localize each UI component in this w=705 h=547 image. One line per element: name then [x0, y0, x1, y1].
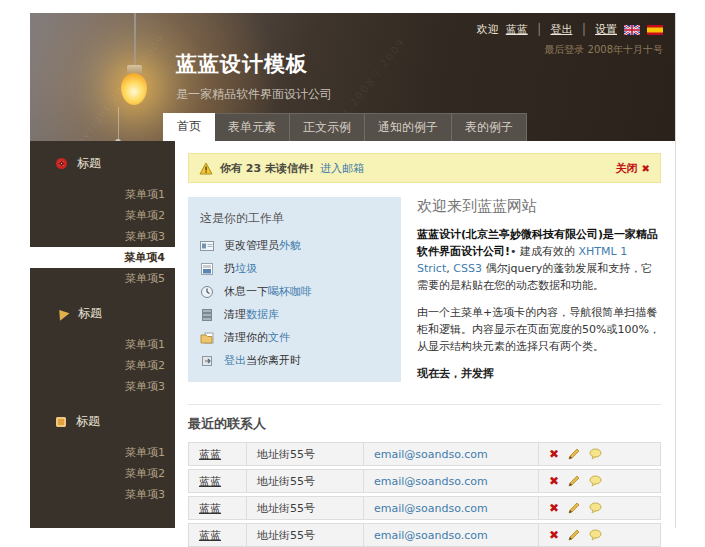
contact-name-link[interactable]: 蓝蓝 [199, 528, 221, 543]
tab-table-examples[interactable]: 表的例子 [452, 113, 527, 141]
css3-link[interactable]: CSS3 [453, 262, 482, 275]
comment-icon[interactable] [589, 502, 602, 514]
tab-form-elements[interactable]: 表单元素 [215, 113, 290, 141]
section-divider [188, 404, 661, 405]
site-title: 蓝蓝设计模板 [176, 51, 332, 77]
sidebar-item-menu3[interactable]: 菜单项3 [30, 376, 175, 397]
worklist-text: 清理你的 [224, 330, 268, 345]
spain-flag-icon[interactable] [647, 25, 663, 35]
header: Copyright 2008 / 2009 Copyright 2008 / 2… [30, 13, 675, 141]
note-icon [200, 262, 214, 276]
database-icon [200, 308, 214, 322]
page-container: Copyright 2008 / 2009 Copyright 2008 / 2… [30, 13, 676, 528]
go-to-mailbox-link[interactable]: 进入邮箱 [320, 161, 364, 176]
contact-name-link[interactable]: 蓝蓝 [199, 474, 221, 489]
delete-icon[interactable]: ✖ [549, 475, 559, 487]
table-row: 蓝蓝 地址街55号 email@soandso.com ✖ [188, 442, 661, 466]
package-icon [56, 417, 66, 427]
worklist-title: 这是你的工作单 [200, 210, 389, 227]
sidebar-item-menu3[interactable]: 菜单项3 [30, 484, 175, 505]
delete-icon[interactable]: ✖ [549, 529, 559, 541]
lifebuoy-icon [56, 158, 67, 169]
sidebar-item-menu5[interactable]: 菜单项5 [30, 268, 175, 289]
admin-looks-link[interactable]: 外貌 [279, 238, 301, 253]
contact-email-link[interactable]: email@soandso.com [374, 529, 488, 542]
close-alert-link[interactable]: 关闭 [616, 161, 638, 176]
table-row: 蓝蓝 地址街55号 email@soandso.com ✖ [188, 469, 661, 493]
worklist-item: 休息一下 喝杯咖啡 [200, 284, 389, 299]
worklist-text: 扔 [224, 261, 235, 276]
uk-flag-icon[interactable] [624, 25, 640, 35]
logout-link[interactable]: 登出 [550, 22, 572, 37]
edit-icon[interactable] [568, 448, 580, 460]
edit-icon[interactable] [568, 502, 580, 514]
sidebar: 标题 菜单项1 菜单项2 菜单项3 菜单项4 菜单项5 标题 菜单项1 菜单项2 [30, 141, 175, 528]
folder-icon [200, 331, 214, 345]
worklist-panel: 这是你的工作单 更改管理员 外貌 扔 垃圾 [188, 197, 401, 382]
sidebar-item-menu2[interactable]: 菜单项2 [30, 355, 175, 376]
recent-contacts-section: 最近的联系人 蓝蓝 地址街55号 email@soandso.com ✖ 蓝蓝 … [188, 415, 661, 547]
table-row: 蓝蓝 地址街55号 email@soandso.com ✖ [188, 496, 661, 520]
tab-bar: 首页 表单元素 正文示例 通知的例子 表的例子 [163, 113, 527, 141]
sidebar-item-menu3[interactable]: 菜单项3 [30, 226, 175, 247]
delete-icon[interactable]: ✖ [549, 448, 559, 460]
divider: │ [535, 23, 544, 36]
sidebar-section-2: 标题 菜单项1 菜单项2 菜单项3 [30, 305, 175, 397]
sidebar-item-menu1[interactable]: 菜单项1 [30, 184, 175, 205]
sidebar-section-1: 标题 菜单项1 菜单项2 菜单项3 菜单项4 菜单项5 [30, 155, 175, 289]
tab-home[interactable]: 首页 [163, 113, 215, 141]
bulb-pull-knob [115, 139, 121, 141]
worklist-item: 清理你的 文件 [200, 330, 389, 345]
close-icon[interactable]: ✖ [642, 163, 650, 174]
sidebar-item-menu2[interactable]: 菜单项2 [30, 463, 175, 484]
welcome-paragraph-3: 现在去，并发挥 [417, 365, 661, 382]
sidebar-section-title: 标题 [78, 305, 102, 322]
clock-icon [200, 285, 214, 299]
files-link[interactable]: 文件 [268, 330, 290, 345]
edit-icon[interactable] [568, 475, 580, 487]
comment-icon[interactable] [589, 475, 602, 487]
contact-name-link[interactable]: 蓝蓝 [199, 447, 221, 462]
vcard-icon [200, 239, 214, 253]
delete-icon[interactable]: ✖ [549, 502, 559, 514]
worklist-item: 扔 垃圾 [200, 261, 389, 276]
sidebar-item-menu4-active[interactable]: 菜单项4 [30, 247, 175, 268]
welcome-heading: 欢迎来到蓝蓝网站 [417, 197, 661, 216]
contact-email-link[interactable]: email@soandso.com [374, 502, 488, 515]
welcome-label: 欢迎 [477, 22, 499, 37]
comment-icon[interactable] [589, 448, 602, 460]
logout-worklist-link[interactable]: 登出 [224, 353, 246, 368]
last-login-text: 最后登录 2008年十月十号 [544, 43, 663, 57]
contact-email-link[interactable]: email@soandso.com [374, 448, 488, 461]
contacts-title: 最近的联系人 [188, 415, 661, 433]
edit-icon[interactable] [568, 529, 580, 541]
trash-link[interactable]: 垃圾 [235, 261, 257, 276]
sidebar-section-title: 标题 [77, 155, 101, 172]
bird-icon [55, 306, 70, 320]
contact-email-link[interactable]: email@soandso.com [374, 475, 488, 488]
tab-text-example[interactable]: 正文示例 [290, 113, 365, 141]
tab-notification-examples[interactable]: 通知的例子 [365, 113, 452, 141]
coffee-break-link[interactable]: 喝杯咖啡 [268, 284, 312, 299]
brand: 蓝蓝设计模板 是一家精品软件界面设计公司 [176, 51, 332, 103]
bulb-pull-string [118, 107, 119, 141]
database-link[interactable]: 数据库 [246, 307, 279, 322]
contact-address: 地址街55号 [247, 497, 364, 519]
topbar: 欢迎 蓝蓝 │ 登出 │ 设置 [477, 22, 663, 37]
worklist-text: 更改管理员 [224, 238, 279, 253]
sidebar-item-menu2[interactable]: 菜单项2 [30, 205, 175, 226]
contact-address: 地址街55号 [247, 443, 364, 465]
watermark: Copyright 2008 / 2009 [63, 32, 167, 141]
sidebar-item-menu1[interactable]: 菜单项1 [30, 334, 175, 355]
table-row: 蓝蓝 地址街55号 email@soandso.com ✖ [188, 523, 661, 547]
lightbulb-icon [121, 73, 147, 105]
worklist-item: 登出当你离开时 [200, 353, 389, 368]
settings-link[interactable]: 设置 [595, 22, 617, 37]
sidebar-item-menu1[interactable]: 菜单项1 [30, 442, 175, 463]
warning-icon [199, 162, 213, 175]
username-link[interactable]: 蓝蓝 [506, 22, 528, 37]
welcome-paragraph-1: 蓝蓝设计(北京兰亭妙微科技有限公司)是一家精品软件界面设计公司!• 建成有效的 … [417, 226, 661, 294]
contact-name-link[interactable]: 蓝蓝 [199, 501, 221, 516]
comment-icon[interactable] [589, 529, 602, 541]
contact-address: 地址街55号 [247, 524, 364, 546]
